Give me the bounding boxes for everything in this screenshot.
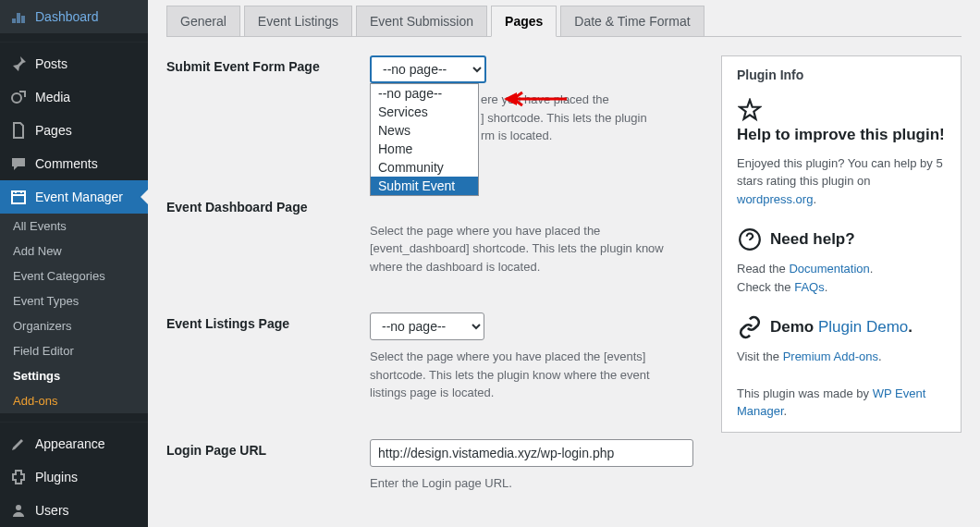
settings-tabs: General Event Listings Event Submission … [166,0,962,37]
svg-rect-1 [12,191,25,203]
menu-label: Posts [35,56,67,71]
improve-heading: Help to improve this plugin! [737,123,945,147]
label-listings-page: Event Listings Page [166,313,370,402]
plugin-info-box: Plugin Info Help to improve this plugin!… [721,55,962,433]
tab-event-submission[interactable]: Event Submission [356,6,487,37]
comment-icon [9,154,28,173]
tab-pages[interactable]: Pages [491,6,557,37]
label-login-url: Login Page URL [166,439,370,493]
link-faqs[interactable]: FAQs [794,280,825,294]
menu-label: Comments [35,156,98,171]
link-plugin-demo[interactable]: Plugin Demo [818,315,908,339]
link-wordpress-org[interactable]: wordpress.org [737,192,813,206]
tab-event-listings[interactable]: Event Listings [244,6,352,37]
menu-label: Users [35,503,69,518]
submenu-event-types[interactable]: Event Types [0,288,148,313]
credit-text: This plugin was made by WP Event Manager… [737,385,946,421]
svg-point-0 [12,93,21,103]
submenu-organizers[interactable]: Organizers [0,313,148,338]
dropdown-options: --no page-- Services News Home Community… [370,83,479,196]
dashboard-icon [9,7,28,26]
demo-heading: Demo [770,315,814,339]
submenu-field-editor[interactable]: Field Editor [0,338,148,363]
option-home[interactable]: Home [371,140,478,158]
label-submit-event-page: Submit Event Form Page [166,55,370,145]
input-login-url[interactable] [370,439,693,467]
option-no-page[interactable]: --no page-- [371,84,478,103]
user-icon [9,501,28,520]
menu-label: Dashboard [35,9,99,24]
menu-label: Event Manager [35,190,123,204]
menu-event-manager[interactable]: Event Manager [0,180,148,214]
plugin-icon [9,468,28,486]
menu-label: Pages [35,123,72,138]
desc-listings: Select the page where you have placed th… [370,348,684,402]
option-community[interactable]: Community [371,158,478,177]
submenu-event-categories[interactable]: Event Categories [0,264,148,288]
settings-form: Submit Event Form Page --no page-- --no … [166,55,703,527]
question-icon [737,227,763,252]
content-area: General Event Listings Event Submission … [148,0,980,527]
calendar-icon [9,188,28,206]
link-premium-addons[interactable]: Premium Add-ons [783,349,878,363]
admin-sidebar: Dashboard Posts Media Pages Comments Eve… [0,0,148,527]
desc-login: Enter the Login page URL. [370,474,684,493]
menu-label: Media [35,90,70,104]
menu-users[interactable]: Users [0,494,148,527]
demo-text: Visit the Premium Add-ons. [737,348,946,366]
menu-media[interactable]: Media [0,80,148,114]
pin-icon [9,55,28,73]
option-news[interactable]: News [371,121,478,140]
submenu-all-events[interactable]: All Events [0,214,148,239]
arrow-annotation-icon [502,91,567,107]
tab-date-time[interactable]: Date & Time Format [560,6,704,37]
tab-general[interactable]: General [166,6,240,37]
help-text: Read the Documentation.Check the FAQs. [737,260,946,296]
submenu-add-ons[interactable]: Add-ons [0,388,148,413]
appearance-icon [9,435,28,453]
menu-plugins[interactable]: Plugins [0,460,148,494]
svg-point-2 [16,505,21,510]
help-heading: Need help? [770,227,855,251]
desc-dashboard: Select the page where you have placed th… [370,222,684,276]
menu-comments[interactable]: Comments [0,147,148,180]
menu-posts[interactable]: Posts [0,47,148,80]
menu-dashboard[interactable]: Dashboard [0,0,148,33]
page-icon [9,121,28,140]
link-documentation[interactable]: Documentation [789,262,869,276]
menu-label: Plugins [35,470,78,484]
select-listings-page[interactable]: --no page-- [370,313,484,340]
option-submit-event[interactable]: Submit Event [371,177,478,195]
menu-label: Appearance [35,436,105,451]
label-dashboard-page: Event Dashboard Page [166,196,370,276]
submenu: All Events Add New Event Categories Even… [0,214,148,413]
star-icon [737,97,763,123]
submenu-settings[interactable]: Settings [0,363,148,388]
link-icon [737,314,763,340]
improve-text: Enjoyed this plugin? You can help by 5 s… [737,154,946,209]
menu-pages[interactable]: Pages [0,114,148,147]
select-submit-event-page[interactable]: --no page-- [370,55,486,83]
media-icon [9,88,28,106]
infobox-title: Plugin Info [737,67,946,82]
menu-appearance[interactable]: Appearance [0,427,148,460]
option-services[interactable]: Services [371,103,478,121]
submenu-add-new[interactable]: Add New [0,239,148,264]
